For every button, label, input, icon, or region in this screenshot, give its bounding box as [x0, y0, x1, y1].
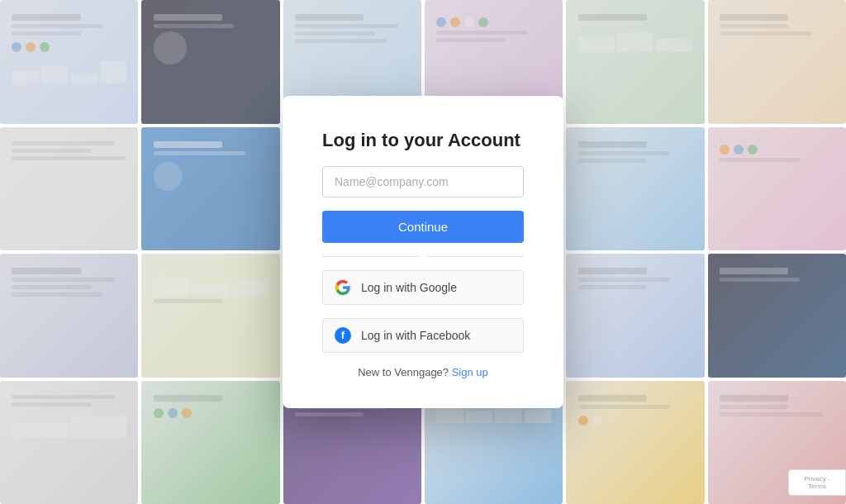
- facebook-icon: f: [335, 327, 351, 344]
- google-icon: [335, 279, 351, 296]
- facebook-login-button[interactable]: f Log in with Facebook: [322, 318, 524, 353]
- signup-link[interactable]: Sign up: [452, 366, 488, 378]
- divider: [322, 256, 524, 257]
- modal-backdrop: Log in to your Account Continue Log in w…: [0, 0, 846, 504]
- google-login-button[interactable]: Log in with Google: [322, 270, 524, 305]
- modal-title: Log in to your Account: [322, 129, 524, 153]
- facebook-login-label: Log in with Facebook: [361, 329, 470, 342]
- login-modal: Log in to your Account Continue Log in w…: [283, 96, 563, 408]
- recaptcha-text: Privacy - Terms: [796, 475, 839, 490]
- signup-prompt-text: New to Venngage?: [358, 366, 449, 378]
- recaptcha-badge: Privacy - Terms: [788, 469, 846, 496]
- signup-prompt-container: New to Venngage? Sign up: [322, 366, 524, 378]
- google-login-label: Log in with Google: [361, 281, 457, 294]
- continue-button[interactable]: Continue: [322, 211, 524, 243]
- email-input[interactable]: [322, 166, 524, 197]
